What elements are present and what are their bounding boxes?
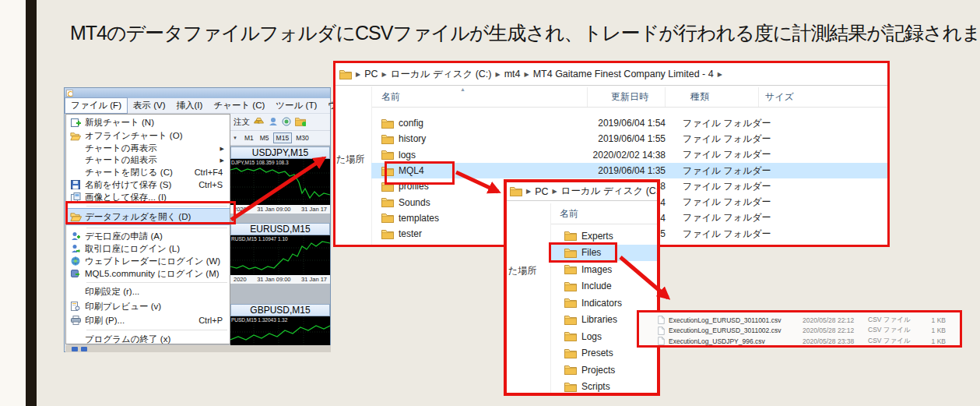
folder-row-config[interactable]: config 2019/06/04 1:54 ファイル フォルダー — [371, 115, 887, 131]
explorer1-navpane-fragment: た場所 — [336, 153, 364, 166]
menu-item-chart-group[interactable]: チャートの組表示 ▶ — [66, 154, 230, 166]
explorer1-column-headers: 名前 更新日時 種類 サイズ — [371, 87, 887, 108]
market-watch-icon — [72, 347, 78, 351]
submenu-arrow-icon: ▶ — [220, 157, 224, 164]
menu-item-exit-program[interactable]: プログラムの終了 (x) — [66, 332, 230, 346]
menu-item-open-data-folder[interactable]: データフォルダを開く (D) — [66, 208, 230, 225]
chart-canvas-usdjpy: DJPY,M15 108.359 108.3 — [230, 159, 330, 205]
accounts-icon[interactable] — [269, 117, 278, 128]
folder-icon — [564, 248, 577, 258]
menu-insert[interactable]: 挿入(I) — [171, 98, 209, 113]
dropdown-arrow-icon[interactable]: ▼ — [233, 136, 237, 140]
folder-row-files[interactable]: Files — [550, 245, 657, 262]
menu-tools[interactable]: ツール (T) — [270, 98, 322, 113]
csv-file-row[interactable]: ExecutionLog_EURUSD_3011002.csv 2020/05/… — [639, 326, 960, 337]
chart-status-usdjpy: DJPY,M15 108.359 108.3 — [231, 160, 289, 165]
folder-icon — [381, 166, 394, 176]
printer-icon — [66, 316, 85, 325]
breadcrumb-mt4[interactable]: mt4 — [504, 69, 521, 79]
folder-icon — [564, 348, 577, 358]
chart-canvas-eurusd: RUSD,M15 1.10947 1.10 — [230, 235, 330, 275]
chart-dates-eurusd: 2020 31 Jan 09:00 31 Jan 17 — [230, 275, 330, 284]
folder-row-indicators[interactable]: Indicators — [550, 295, 657, 312]
column-header-size[interactable]: サイズ — [759, 87, 887, 107]
csv-file-row[interactable]: ExecutionLog_EURUSD_3011001.csv 2020/05/… — [639, 315, 960, 326]
chart-panel-gbpusd: GBPUSD,M15 PUSD,M15 1.32043 1.32 — [230, 304, 330, 351]
folder-icon — [564, 382, 577, 392]
timeframe-m15-button[interactable]: M15 — [273, 132, 293, 143]
menu-view[interactable]: 表示 (V) — [128, 98, 171, 113]
mt4-app-icon — [66, 90, 73, 97]
breadcrumb-local-disk[interactable]: ローカル ディスク (C:) — [391, 68, 492, 81]
menu-item-print-setup[interactable]: 印刷設定 (r)... — [66, 284, 230, 299]
explorer-window-mql4: ▶ PC ▶ ローカル ディスク (C:) ▶ 名前 た場所 Experts F… — [504, 179, 660, 396]
folder-icon — [381, 182, 394, 192]
screen: MT4のデータファイルフォルダにCSVファイルが生成され、トレードが行われる度に… — [0, 0, 980, 406]
chart-title-eurusd: EURUSD,M15 — [230, 223, 330, 235]
data-folder-toolbar-icon[interactable] — [295, 117, 306, 128]
menu-item-print[interactable]: 印刷 (P)... Ctrl+P — [66, 313, 230, 327]
menu-chart[interactable]: チャート (C) — [208, 98, 270, 113]
menu-item-login-mql5[interactable]: MQL5.community にログイン (M) — [66, 267, 230, 280]
folder-icon — [381, 118, 394, 129]
folder-icon — [381, 197, 394, 207]
folder-row-projects[interactable]: Projects — [550, 362, 657, 379]
folder-icon — [564, 315, 577, 325]
mt4-chart-area: 注文 ▼ M1 M5 M15 M30 USDJPY,M15 DJPY,M15 1… — [230, 114, 330, 351]
timeframe-m5-button[interactable]: M5 — [258, 133, 272, 143]
gold-bars-icon[interactable] — [254, 117, 265, 127]
chart-panel-usdjpy: USDJPY,M15 DJPY,M15 108.359 108.3 2020 3… — [230, 147, 330, 214]
csv-file-row[interactable]: ExecutionLog_USDJPY_996.csv 2020/05/28 2… — [639, 336, 960, 347]
column-header-name[interactable]: 名前 — [371, 87, 588, 107]
folder-row-include[interactable]: Include — [550, 278, 657, 295]
menu-separator — [86, 228, 227, 228]
breadcrumb-pc[interactable]: PC — [364, 69, 378, 79]
menu-item-demo-account[interactable]: デモ口座の申請 (A) — [66, 230, 230, 242]
menu-item-new-chart[interactable]: 新規チャート (N) — [66, 116, 230, 129]
explorer1-address-bar[interactable]: ▶ PC ▶ ローカル ディスク (C:) ▶ mt4 ▶ MT4 Gaitam… — [335, 63, 887, 86]
folder-row-experts[interactable]: Experts — [550, 228, 657, 245]
column-header-name[interactable]: 名前 — [550, 207, 578, 221]
menu-item-chart-redisplay[interactable]: チャートの再表示 ▶ — [66, 143, 230, 154]
mt4-background-window-sliver — [65, 345, 331, 352]
chart-status-gbpusd: PUSD,M15 1.32043 1.32 — [231, 317, 287, 323]
shortcut-label: Ctrl+S — [198, 180, 223, 189]
new-order-button[interactable]: 注文 — [234, 117, 250, 128]
menu-item-login-webtrader[interactable]: ウェブトレーダーにログイン (W) — [66, 255, 230, 267]
explorer2-address-bar[interactable]: ▶ PC ▶ ローカル ディスク (C:) ▶ — [507, 182, 657, 201]
column-header-type[interactable]: 種類 — [666, 87, 759, 107]
menu-separator — [86, 282, 227, 283]
menu-item-save-image[interactable]: 画像として保存... (I) — [66, 191, 230, 203]
submenu-arrow-icon: ▶ — [220, 146, 224, 152]
breadcrumb-pc[interactable]: PC — [535, 186, 548, 197]
shortcut-label: Ctrl+F4 — [195, 168, 223, 177]
breadcrumb-broker-folder[interactable]: MT4 Gaitame Finest Company Limited - 4 — [533, 69, 714, 79]
folder-row-images[interactable]: Images — [550, 261, 657, 278]
chart-title-gbpusd: GBPUSD,M15 — [230, 304, 330, 316]
csv-file-icon — [658, 327, 665, 335]
folder-row-logs[interactable]: logs 2020/02/02 14:38 ファイル フォルダー — [371, 147, 887, 163]
mt4-menubar: ファイル (F) 表示 (V) 挿入(I) チャート (C) ツール (T) ウ… — [65, 98, 330, 114]
folder-row-history[interactable]: history 2019/06/04 1:55 ファイル フォルダー — [371, 131, 887, 147]
menu-file[interactable]: ファイル (F) — [65, 97, 128, 114]
folder-icon — [564, 298, 577, 308]
accent-bar — [26, 0, 37, 406]
menu-item-close-chart[interactable]: チャートを閉じる (C) Ctrl+F4 — [66, 166, 230, 178]
navigator-icon — [81, 347, 87, 351]
menu-item-print-preview[interactable]: 印刷プレビュー (v) — [66, 299, 230, 313]
folder-row-scripts[interactable]: Scripts — [550, 379, 657, 396]
folder-icon — [564, 231, 577, 241]
breadcrumb-local-disk[interactable]: ローカル ディスク (C:) — [561, 185, 657, 198]
menu-item-login-trade-account[interactable]: 取引口座にログイン (L) — [66, 242, 230, 255]
timeframe-m30-button[interactable]: M30 — [293, 133, 311, 143]
chart-status-eurusd: RUSD,M15 1.10947 1.10 — [231, 236, 288, 242]
folder-row-mql4[interactable]: MQL4 2019/06/04 1:35 ファイル フォルダー — [371, 163, 887, 178]
menu-item-offline-chart[interactable]: オフラインチャート (O) — [66, 129, 230, 143]
folder-icon — [564, 264, 577, 274]
timeframe-m1-button[interactable]: M1 — [242, 133, 256, 143]
folder-icon — [564, 281, 577, 291]
menu-item-save-as[interactable]: 名前を付けて保存 (S) Ctrl+S — [66, 178, 230, 191]
column-header-modified[interactable]: 更新日時 — [588, 87, 666, 107]
connection-globe-icon[interactable] — [282, 117, 291, 128]
explorer2-column-headers: 名前 — [550, 204, 657, 224]
